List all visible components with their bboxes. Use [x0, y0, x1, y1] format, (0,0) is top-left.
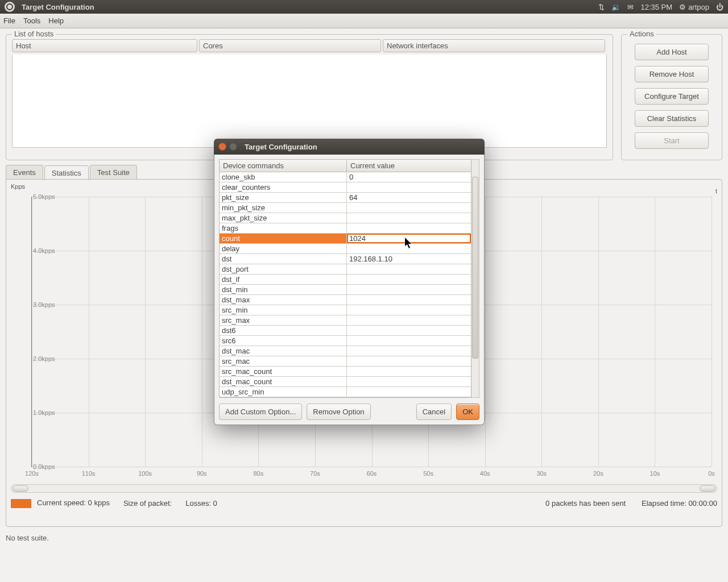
tab-statistics[interactable]: Statistics	[44, 165, 89, 180]
cell-value[interactable]	[347, 346, 471, 356]
cell-value[interactable]	[347, 244, 471, 253]
cell-value[interactable]	[347, 377, 471, 386]
cell-value[interactable]	[347, 223, 471, 233]
scroll-thumb-right[interactable]	[700, 485, 715, 492]
y-tick-label: 4.0kpps	[33, 247, 55, 254]
scroll-thumb[interactable]	[472, 177, 478, 359]
table-row[interactable]: dst_mac	[220, 346, 471, 356]
dialog-close-icon[interactable]	[218, 143, 226, 151]
menu-file[interactable]: File	[3, 16, 15, 25]
user-menu[interactable]: ⚙ artpop	[679, 3, 709, 11]
cell-value[interactable]: 1024	[347, 234, 471, 243]
table-row[interactable]: max_pkt_size	[220, 213, 471, 223]
cell-value[interactable]	[347, 182, 471, 192]
ubuntu-logo-icon	[5, 2, 15, 12]
table-row[interactable]: delay	[220, 244, 471, 254]
cell-value[interactable]	[347, 305, 471, 315]
clock[interactable]: 12:35 PM	[640, 3, 672, 11]
cell-value[interactable]	[347, 356, 471, 366]
table-row[interactable]: src_mac_count	[220, 367, 471, 377]
cancel-button[interactable]: Cancel	[416, 404, 452, 420]
table-row[interactable]: src_max	[220, 315, 471, 326]
table-row[interactable]: dst_min	[220, 285, 471, 295]
table-row[interactable]: min_pkt_size	[220, 203, 471, 213]
cell-command: src6	[220, 336, 347, 346]
cell-value[interactable]	[347, 203, 471, 213]
table-row[interactable]: clear_counters	[220, 182, 471, 193]
table-row[interactable]: src6	[220, 336, 471, 346]
cell-value[interactable]	[347, 275, 471, 284]
device-commands-table[interactable]: Device commands Current value clone_skb0…	[219, 159, 471, 398]
tab-test-suite[interactable]: Test Suite	[90, 165, 137, 180]
table-row[interactable]: dst_mac_count	[220, 377, 471, 387]
chart-h-scrollbar[interactable]	[11, 484, 717, 493]
table-row[interactable]: src_mac	[220, 356, 471, 367]
cell-value[interactable]: 0	[347, 172, 471, 182]
table-row[interactable]: dst_port	[220, 264, 471, 275]
cell-command: delay	[220, 244, 347, 253]
col-header-current-value[interactable]: Current value	[347, 160, 471, 172]
cell-command: src_max	[220, 315, 347, 325]
x-tick-label: 20s	[593, 470, 603, 477]
y-tick-label: 5.0kpps	[33, 193, 55, 200]
table-row[interactable]: dst6	[220, 326, 471, 336]
table-row[interactable]: pkt_size64	[220, 193, 471, 203]
status-bar: No test suite.	[0, 530, 728, 546]
cell-value[interactable]	[347, 387, 471, 397]
table-row[interactable]: src_min	[220, 305, 471, 315]
tab-events[interactable]: Events	[6, 165, 43, 180]
remove-host-button[interactable]: Remove Host	[635, 66, 709, 82]
cell-value[interactable]	[347, 326, 471, 335]
menu-help[interactable]: Help	[48, 16, 64, 25]
ok-button[interactable]: OK	[456, 404, 479, 420]
table-row[interactable]: frags	[220, 223, 471, 234]
network-indicator-icon[interactable]: ⇅	[598, 3, 605, 11]
cell-command: dst_mac	[220, 346, 347, 356]
dialog-minimize-icon[interactable]	[229, 143, 237, 151]
table-row[interactable]: dst192.168.1.10	[220, 254, 471, 264]
col-header-cores[interactable]: Cores	[199, 39, 381, 52]
col-header-device-commands[interactable]: Device commands	[220, 160, 347, 172]
sound-indicator-icon[interactable]: 🔉	[611, 3, 621, 11]
configure-target-button[interactable]: Configure Target	[635, 88, 709, 105]
cell-value[interactable]: 64	[347, 193, 471, 202]
x-tick-label: 60s	[367, 470, 377, 477]
x-tick-label: 80s	[253, 470, 263, 477]
cell-value[interactable]	[347, 295, 471, 305]
table-row[interactable]: dst_max	[220, 295, 471, 305]
x-axis-title: t	[715, 188, 717, 194]
remove-option-button[interactable]: Remove Option	[307, 404, 370, 420]
cell-value[interactable]	[347, 213, 471, 223]
power-icon[interactable]: ⏻	[716, 3, 723, 11]
cell-value[interactable]	[347, 367, 471, 376]
packets-sent-label: 0 packets has been sent	[545, 499, 626, 508]
dialog-title: Target Configuration	[245, 143, 317, 151]
menu-tools[interactable]: Tools	[23, 16, 40, 25]
add-host-button[interactable]: Add Host	[635, 44, 709, 60]
col-header-net[interactable]: Network interfaces	[383, 39, 605, 52]
cell-value[interactable]	[347, 336, 471, 346]
add-custom-option-button[interactable]: Add Custom Option...	[219, 404, 302, 420]
cell-command: src_mac	[220, 356, 347, 366]
cell-value[interactable]	[347, 264, 471, 274]
cell-value[interactable]	[347, 285, 471, 294]
col-header-host[interactable]: Host	[12, 39, 197, 52]
x-tick-label: 40s	[480, 470, 490, 477]
menubar: File Tools Help	[0, 14, 728, 28]
clear-statistics-button[interactable]: Clear Statistics	[635, 110, 709, 127]
dialog-v-scrollbar[interactable]	[471, 159, 479, 398]
table-row[interactable]: dst_if	[220, 275, 471, 285]
cell-value[interactable]	[347, 315, 471, 325]
table-row[interactable]: count1024	[220, 234, 471, 244]
table-row[interactable]: udp_src_min	[220, 387, 471, 397]
start-button[interactable]: Start	[635, 132, 709, 149]
hosts-table-body[interactable]	[12, 55, 607, 148]
cell-command: src_min	[220, 305, 347, 315]
cell-command: max_pkt_size	[220, 213, 347, 223]
table-row[interactable]: clone_skb0	[220, 172, 471, 182]
scroll-thumb-left[interactable]	[13, 485, 28, 492]
cell-command: dst	[220, 254, 347, 264]
mail-indicator-icon[interactable]: ✉	[627, 3, 634, 11]
dialog-titlebar[interactable]: Target Configuration	[214, 139, 485, 155]
cell-value[interactable]: 192.168.1.10	[347, 254, 471, 264]
